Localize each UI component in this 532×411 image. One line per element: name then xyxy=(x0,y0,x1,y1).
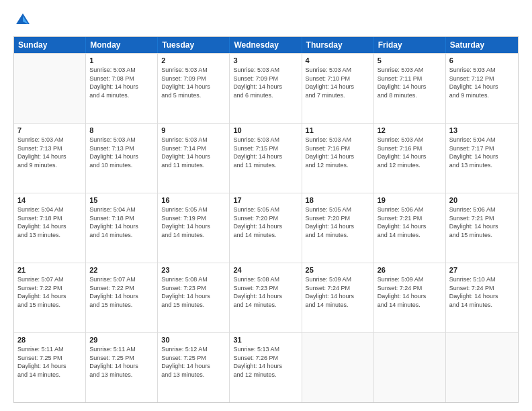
calendar-cell: 13Sunrise: 5:04 AM Sunset: 7:17 PM Dayli… xyxy=(446,124,518,193)
cell-info: Sunrise: 5:08 AM Sunset: 7:23 PM Dayligh… xyxy=(161,275,226,309)
cell-info: Sunrise: 5:03 AM Sunset: 7:16 PM Dayligh… xyxy=(378,136,442,169)
calendar-cell: 31Sunrise: 5:13 AM Sunset: 7:26 PM Dayli… xyxy=(230,333,302,402)
calendar-day-header: Monday xyxy=(86,37,158,53)
cell-info: Sunrise: 5:05 AM Sunset: 7:20 PM Dayligh… xyxy=(306,205,370,239)
cell-info: Sunrise: 5:11 AM Sunset: 7:25 PM Dayligh… xyxy=(17,345,82,379)
logo-icon xyxy=(13,11,32,30)
calendar-cell: 18Sunrise: 5:05 AM Sunset: 7:20 PM Dayli… xyxy=(302,193,374,263)
cell-date: 30 xyxy=(161,336,226,344)
cell-info: Sunrise: 5:11 AM Sunset: 7:25 PM Dayligh… xyxy=(89,345,154,379)
cell-date: 24 xyxy=(233,266,298,274)
cell-info: Sunrise: 5:06 AM Sunset: 7:21 PM Dayligh… xyxy=(449,205,515,239)
cell-info: Sunrise: 5:09 AM Sunset: 7:24 PM Dayligh… xyxy=(378,275,442,309)
calendar-cell: 8Sunrise: 5:03 AM Sunset: 7:13 PM Daylig… xyxy=(86,124,158,193)
calendar-cell: 20Sunrise: 5:06 AM Sunset: 7:21 PM Dayli… xyxy=(446,193,518,263)
cell-info: Sunrise: 5:03 AM Sunset: 7:10 PM Dayligh… xyxy=(306,66,370,99)
page: SundayMondayTuesdayWednesdayThursdayFrid… xyxy=(0,0,532,411)
cell-date: 25 xyxy=(306,266,370,274)
calendar-cell xyxy=(14,54,86,123)
calendar-cell: 22Sunrise: 5:07 AM Sunset: 7:22 PM Dayli… xyxy=(86,263,158,332)
calendar: SundayMondayTuesdayWednesdayThursdayFrid… xyxy=(13,36,519,403)
calendar-week-row: 28Sunrise: 5:11 AM Sunset: 7:25 PM Dayli… xyxy=(14,332,518,402)
cell-date: 9 xyxy=(161,126,226,134)
calendar-cell: 24Sunrise: 5:08 AM Sunset: 7:23 PM Dayli… xyxy=(230,263,302,332)
cell-date: 22 xyxy=(89,266,154,274)
calendar-cell: 16Sunrise: 5:05 AM Sunset: 7:19 PM Dayli… xyxy=(158,193,230,263)
calendar-body: 1Sunrise: 5:03 AM Sunset: 7:08 PM Daylig… xyxy=(14,53,518,402)
calendar-header-row: SundayMondayTuesdayWednesdayThursdayFrid… xyxy=(14,37,518,53)
cell-info: Sunrise: 5:03 AM Sunset: 7:08 PM Dayligh… xyxy=(89,66,154,99)
calendar-cell: 25Sunrise: 5:09 AM Sunset: 7:24 PM Dayli… xyxy=(302,263,374,332)
calendar-cell: 21Sunrise: 5:07 AM Sunset: 7:22 PM Dayli… xyxy=(14,263,86,332)
cell-date: 19 xyxy=(378,196,442,204)
cell-info: Sunrise: 5:06 AM Sunset: 7:21 PM Dayligh… xyxy=(378,205,442,239)
calendar-cell: 29Sunrise: 5:11 AM Sunset: 7:25 PM Dayli… xyxy=(86,333,158,402)
cell-info: Sunrise: 5:03 AM Sunset: 7:16 PM Dayligh… xyxy=(306,136,370,169)
cell-info: Sunrise: 5:04 AM Sunset: 7:18 PM Dayligh… xyxy=(89,205,154,239)
calendar-day-header: Friday xyxy=(374,37,446,53)
calendar-cell xyxy=(302,333,374,402)
logo xyxy=(13,11,35,30)
calendar-week-row: 14Sunrise: 5:04 AM Sunset: 7:18 PM Dayli… xyxy=(14,193,518,263)
cell-date: 10 xyxy=(233,126,298,134)
cell-info: Sunrise: 5:03 AM Sunset: 7:09 PM Dayligh… xyxy=(161,66,226,99)
calendar-day-header: Thursday xyxy=(302,37,374,53)
calendar-day-header: Wednesday xyxy=(230,37,302,53)
cell-date: 20 xyxy=(449,196,515,204)
calendar-cell: 28Sunrise: 5:11 AM Sunset: 7:25 PM Dayli… xyxy=(14,333,86,402)
calendar-cell: 9Sunrise: 5:03 AM Sunset: 7:14 PM Daylig… xyxy=(158,124,230,193)
cell-date: 29 xyxy=(89,336,154,344)
cell-date: 3 xyxy=(233,56,298,64)
cell-info: Sunrise: 5:12 AM Sunset: 7:25 PM Dayligh… xyxy=(161,345,226,379)
calendar-cell: 12Sunrise: 5:03 AM Sunset: 7:16 PM Dayli… xyxy=(374,124,446,193)
header xyxy=(13,11,519,30)
calendar-week-row: 7Sunrise: 5:03 AM Sunset: 7:13 PM Daylig… xyxy=(14,123,518,193)
calendar-cell: 19Sunrise: 5:06 AM Sunset: 7:21 PM Dayli… xyxy=(374,193,446,263)
calendar-cell: 10Sunrise: 5:03 AM Sunset: 7:15 PM Dayli… xyxy=(230,124,302,193)
cell-date: 8 xyxy=(89,126,154,134)
cell-date: 5 xyxy=(378,56,442,64)
cell-info: Sunrise: 5:03 AM Sunset: 7:14 PM Dayligh… xyxy=(161,136,226,169)
cell-info: Sunrise: 5:03 AM Sunset: 7:13 PM Dayligh… xyxy=(17,136,82,169)
cell-info: Sunrise: 5:03 AM Sunset: 7:09 PM Dayligh… xyxy=(233,66,298,99)
calendar-day-header: Sunday xyxy=(14,37,86,53)
cell-info: Sunrise: 5:03 AM Sunset: 7:15 PM Dayligh… xyxy=(233,136,298,169)
calendar-cell: 3Sunrise: 5:03 AM Sunset: 7:09 PM Daylig… xyxy=(230,54,302,123)
calendar-cell: 11Sunrise: 5:03 AM Sunset: 7:16 PM Dayli… xyxy=(302,124,374,193)
cell-date: 2 xyxy=(161,56,226,64)
cell-date: 14 xyxy=(17,196,82,204)
cell-date: 15 xyxy=(89,196,154,204)
calendar-cell: 4Sunrise: 5:03 AM Sunset: 7:10 PM Daylig… xyxy=(302,54,374,123)
calendar-day-header: Tuesday xyxy=(158,37,230,53)
calendar-cell: 6Sunrise: 5:03 AM Sunset: 7:12 PM Daylig… xyxy=(446,54,518,123)
cell-date: 12 xyxy=(378,126,442,134)
calendar-day-header: Saturday xyxy=(446,37,518,53)
calendar-cell: 7Sunrise: 5:03 AM Sunset: 7:13 PM Daylig… xyxy=(14,124,86,193)
cell-date: 6 xyxy=(449,56,515,64)
calendar-cell xyxy=(374,333,446,402)
calendar-cell: 2Sunrise: 5:03 AM Sunset: 7:09 PM Daylig… xyxy=(158,54,230,123)
cell-date: 27 xyxy=(449,266,515,274)
cell-info: Sunrise: 5:03 AM Sunset: 7:11 PM Dayligh… xyxy=(378,66,442,99)
cell-date: 18 xyxy=(306,196,370,204)
cell-info: Sunrise: 5:04 AM Sunset: 7:18 PM Dayligh… xyxy=(17,205,82,239)
cell-info: Sunrise: 5:13 AM Sunset: 7:26 PM Dayligh… xyxy=(233,345,298,379)
cell-date: 23 xyxy=(161,266,226,274)
cell-date: 11 xyxy=(306,126,370,134)
calendar-cell: 1Sunrise: 5:03 AM Sunset: 7:08 PM Daylig… xyxy=(86,54,158,123)
cell-info: Sunrise: 5:03 AM Sunset: 7:12 PM Dayligh… xyxy=(449,66,515,99)
calendar-cell: 15Sunrise: 5:04 AM Sunset: 7:18 PM Dayli… xyxy=(86,193,158,263)
calendar-cell: 30Sunrise: 5:12 AM Sunset: 7:25 PM Dayli… xyxy=(158,333,230,402)
cell-info: Sunrise: 5:07 AM Sunset: 7:22 PM Dayligh… xyxy=(89,275,154,309)
calendar-cell: 23Sunrise: 5:08 AM Sunset: 7:23 PM Dayli… xyxy=(158,263,230,332)
cell-info: Sunrise: 5:09 AM Sunset: 7:24 PM Dayligh… xyxy=(306,275,370,309)
cell-date: 26 xyxy=(378,266,442,274)
cell-date: 21 xyxy=(17,266,82,274)
calendar-cell: 26Sunrise: 5:09 AM Sunset: 7:24 PM Dayli… xyxy=(374,263,446,332)
cell-date: 7 xyxy=(17,126,82,134)
cell-date: 31 xyxy=(233,336,298,344)
calendar-cell: 14Sunrise: 5:04 AM Sunset: 7:18 PM Dayli… xyxy=(14,193,86,263)
cell-info: Sunrise: 5:05 AM Sunset: 7:20 PM Dayligh… xyxy=(233,205,298,239)
cell-info: Sunrise: 5:05 AM Sunset: 7:19 PM Dayligh… xyxy=(161,205,226,239)
cell-info: Sunrise: 5:07 AM Sunset: 7:22 PM Dayligh… xyxy=(17,275,82,309)
